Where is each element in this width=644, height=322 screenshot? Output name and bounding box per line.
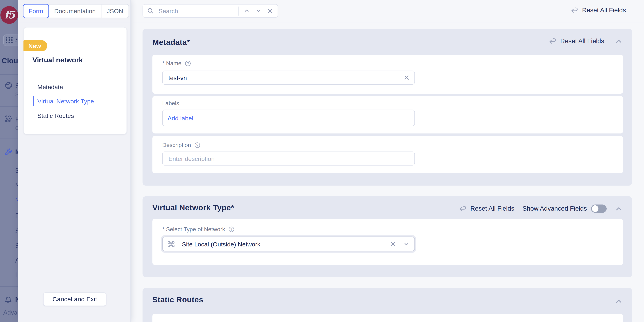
search-icon [147, 8, 154, 15]
select-chevron-down-icon[interactable] [403, 241, 410, 247]
description-input-wrap [162, 152, 415, 165]
description-label: Description [162, 142, 191, 148]
sidebar-menu-letter[interactable]: S [15, 167, 18, 175]
svg-text:?: ? [187, 61, 189, 65]
divider [24, 77, 126, 77]
undo-icon [459, 205, 467, 212]
divider [0, 138, 18, 138]
network-type-label: * Select Type of Network [162, 226, 225, 232]
show-advanced-fields-label: Show Advanced Fields [522, 205, 587, 212]
sidebar-menu-letter[interactable]: F [15, 212, 18, 220]
cancel-and-exit-button[interactable]: Cancel and Exit [43, 292, 106, 306]
tab-documentation[interactable]: Documentation [48, 4, 101, 18]
collapse-chevron-icon[interactable] [615, 37, 623, 45]
sidebar-footer-letter[interactable]: N [15, 296, 18, 304]
new-badge: New [24, 40, 47, 51]
app-switcher-letter: S [15, 37, 18, 44]
labels-field-card: Labels Add label [152, 96, 623, 134]
active-nav-indicator [33, 96, 34, 106]
tab-form[interactable]: Form [23, 4, 49, 18]
network-type-value: Site Local (Outside) Network [182, 240, 386, 247]
labels-box: Add label [162, 110, 415, 126]
tab-json[interactable]: JSON [101, 4, 129, 18]
sidebar-item-letter[interactable]: F [15, 115, 18, 124]
network-type-select[interactable]: Site Local (Outside) Network [162, 236, 415, 251]
divider [238, 6, 238, 15]
clear-select-icon[interactable] [390, 241, 396, 247]
collapse-chevron-icon[interactable] [615, 297, 623, 305]
topology-icon [168, 240, 174, 247]
apps-grid-icon [6, 37, 13, 44]
network-type-card: * Select Type of Network ? Site Local (O… [152, 219, 623, 265]
toggle-knob [592, 205, 598, 212]
main-content: Reset All Fields Metadata* Reset All Fie… [130, 0, 644, 322]
name-input[interactable] [168, 74, 404, 82]
sidebar-menu-letter[interactable]: L [15, 271, 18, 279]
drawer-nav-virtual-network-type[interactable]: Virtual Network Type [38, 98, 94, 105]
sidebar-menu-letter[interactable]: A [15, 257, 18, 264]
description-field-label-row: Description ? [162, 142, 200, 148]
drawer-title: Virtual network [32, 56, 83, 64]
reset-all-fields-metadata[interactable]: Reset All Fields [549, 38, 604, 45]
reset-label: Reset All Fields [560, 38, 604, 45]
section-static-routes: Static Routes [142, 288, 632, 322]
search-input[interactable] [158, 7, 235, 15]
name-input-wrap [162, 71, 415, 85]
sidebar-menu-letter[interactable]: N [15, 182, 18, 190]
clear-name-icon[interactable] [404, 75, 410, 81]
bell-icon [3, 294, 13, 304]
f5-logo-text: f5 [4, 9, 14, 21]
svg-text:?: ? [196, 143, 198, 147]
static-routes-card [152, 314, 623, 322]
add-label-link[interactable]: Add label [168, 114, 193, 122]
background-sidebar-dimmed: f5 S Clou S S [0, 0, 18, 322]
form-drawer: Form Documentation JSON New Virtual netw… [18, 0, 131, 322]
reset-all-fields-label: Reset All Fields [582, 7, 626, 14]
description-input[interactable] [168, 155, 410, 162]
advanced-fields-toggle[interactable] [591, 204, 606, 213]
sidebar-footer-sub: Advan [3, 309, 18, 316]
sidebar-item-letter-manage[interactable]: M [15, 148, 18, 156]
f5-logo: f5 [0, 6, 18, 24]
show-advanced-fields-control: Show Advanced Fields [522, 204, 607, 213]
name-label: * Name [162, 60, 182, 67]
sidebar-item-letter[interactable]: S [15, 82, 18, 90]
help-icon[interactable]: ? [228, 226, 234, 232]
reset-all-fields-top[interactable]: Reset All Fields [571, 7, 626, 14]
app-root: f5 S Clou S S [0, 0, 644, 322]
collapse-chevron-icon[interactable] [615, 205, 623, 212]
sidebar-item-sub-letter: C [15, 125, 18, 131]
sidebar-menu-letter-active[interactable]: N [15, 197, 18, 204]
search-clear-icon[interactable] [268, 8, 273, 14]
sidebar-menu-letter[interactable]: S [15, 228, 18, 235]
divider [0, 74, 18, 75]
section-title-vnt: Virtual Network Type* [152, 203, 234, 212]
section-title-static-routes: Static Routes [152, 295, 203, 304]
name-field-label-row: * Name ? [162, 60, 191, 67]
view-mode-tabs: Form Documentation JSON [23, 4, 129, 18]
sidebar-menu-letter[interactable]: S [15, 242, 18, 250]
undo-icon [571, 7, 578, 14]
help-icon[interactable]: ? [194, 142, 200, 148]
divider [0, 106, 18, 107]
sidebar-heading-clipped: Clou [2, 57, 18, 65]
globe-icon [4, 81, 13, 90]
reset-all-fields-vnt[interactable]: Reset All Fields [459, 205, 514, 212]
name-field-card: * Name ? [152, 55, 623, 94]
connector-icon [4, 115, 13, 123]
network-type-label-row: * Select Type of Network ? [162, 226, 234, 232]
drawer-nav-static-routes[interactable]: Static Routes [38, 112, 74, 119]
divider [0, 286, 18, 286]
help-icon[interactable]: ? [185, 60, 191, 66]
wrench-icon [4, 148, 13, 156]
search-prev-icon[interactable] [244, 8, 250, 14]
svg-text:?: ? [230, 227, 232, 231]
description-field-card: Description ? [152, 136, 623, 173]
section-title-metadata: Metadata* [152, 38, 190, 47]
object-nav-card: New Virtual network Metadata Virtual Net… [24, 27, 127, 134]
form-search-bar [142, 4, 278, 18]
section-virtual-network-type: Virtual Network Type* Reset All Fields S… [142, 196, 632, 277]
search-next-icon[interactable] [256, 8, 262, 14]
drawer-nav-metadata[interactable]: Metadata [38, 83, 63, 90]
reset-label: Reset All Fields [470, 205, 514, 212]
